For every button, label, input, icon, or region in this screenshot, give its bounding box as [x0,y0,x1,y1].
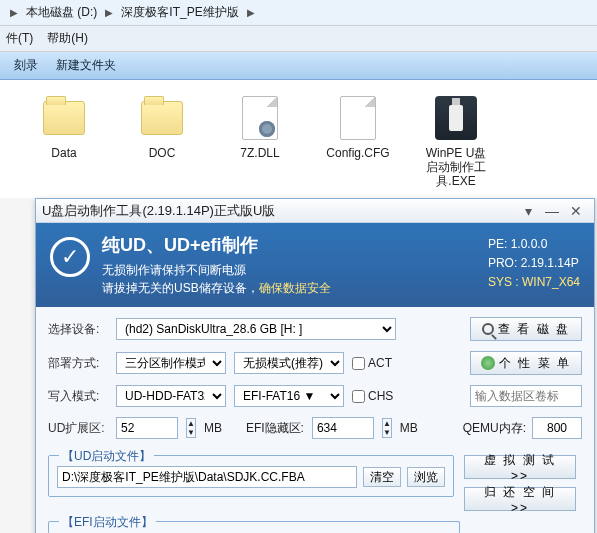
personal-menu-button[interactable]: 个 性 菜 单 [470,351,582,375]
files-area: Data DOC 7Z.DLL Config.CFG WinPE U盘启动制作工… [0,80,597,198]
banner-headline: 纯UD、UD+efi制作 [102,233,476,257]
efihide-input[interactable] [312,417,374,439]
app-window: U盘启动制作工具(2.19.1.14P)正式版U版 ▾ — ✕ ✓ 纯UD、UD… [35,198,595,533]
sys-version: SYS : WIN7_X64 [488,273,580,292]
ud-path-input[interactable] [57,466,357,488]
chevron-right-icon: ▶ [243,7,259,18]
label-udext: UD扩展区: [48,420,108,437]
banner: ✓ 纯UD、UD+efi制作 无损制作请保持不间断电源 请拔掉无关的USB储存设… [36,223,594,307]
browse-button[interactable]: 浏览 [407,467,445,487]
form-area: 选择设备: (hd2) SanDiskUltra_28.6 GB [H: ] 查… [36,307,594,533]
minimize-button[interactable]: — [540,203,564,219]
clear-button[interactable]: 清空 [363,467,401,487]
exe-icon [435,96,477,140]
virtual-test-button[interactable]: 虚 拟 测 试 >> [464,455,576,479]
close-button[interactable]: ✕ [564,203,588,219]
globe-icon [481,356,495,370]
view-disk-button[interactable]: 查 看 磁 盘 [470,317,582,341]
breadcrumb[interactable]: ▶ 本地磁盘 (D:) ▶ 深度极客IT_PE维护版 ▶ [0,0,597,26]
search-icon [482,323,494,335]
act-checkbox[interactable]: ACT [352,356,392,370]
cfg-file-icon [340,96,376,140]
file-configcfg[interactable]: Config.CFG [324,94,392,198]
qemu-mem-input[interactable] [532,417,582,439]
banner-line2: 请拔掉无关的USB储存设备，确保数据安全 [102,279,476,297]
label-write: 写入模式: [48,388,108,405]
pe-version: PE: 1.0.0.0 [488,235,580,254]
mb-label: MB [204,421,222,435]
usb-icon [449,105,463,131]
window-title: U盘启动制作工具(2.19.1.14P)正式版U版 [42,202,516,220]
label-qemu: QEMU内存: [463,420,526,437]
restore-space-button[interactable]: 归 还 空 间 >> [464,487,576,511]
file-winpe-exe[interactable]: WinPE U盘启动制作工具.EXE [422,94,490,198]
chs-checkbox[interactable]: CHS [352,389,393,403]
device-select[interactable]: (hd2) SanDiskUltra_28.6 GB [H: ] [116,318,396,340]
file-7zdll[interactable]: 7Z.DLL [226,94,294,198]
explorer-toolbar: 刻录 新建文件夹 [0,52,597,80]
check-circle-icon: ✓ [50,237,90,277]
breadcrumb-seg[interactable]: 深度极客IT_PE维护版 [117,4,242,21]
chevron-right-icon: ▶ [101,7,117,18]
write-mode-ud-select[interactable]: UD-HDD-FAT32 ▼ [116,385,226,407]
file-label: WinPE U盘启动制作工具.EXE [422,146,490,188]
volume-label-input[interactable] [470,385,582,407]
folder-data[interactable]: Data [30,94,98,198]
stepper-icon[interactable]: ▲▼ [186,418,196,438]
folder-icon [43,101,85,135]
file-label: Config.CFG [324,146,392,160]
lossless-select[interactable]: 无损模式(推荐) ▼ [234,352,344,374]
file-label: Data [30,146,98,160]
gear-icon [259,121,275,137]
stepper-icon[interactable]: ▲▼ [382,418,392,438]
udext-input[interactable] [116,417,178,439]
pro-version: PRO: 2.19.1.14P [488,254,580,273]
label-efihide: EFI隐藏区: [246,420,304,437]
menu-help[interactable]: 帮助(H) [47,30,88,47]
write-mode-efi-select[interactable]: EFI-FAT16 ▼ [234,385,344,407]
efi-boot-group: 【EFI启动文件】 [48,521,460,533]
folder-doc[interactable]: DOC [128,94,196,198]
menu-tools[interactable]: 件(T) [6,30,33,47]
mb-label: MB [400,421,418,435]
efi-group-title: 【EFI启动文件】 [59,514,156,531]
file-label: 7Z.DLL [226,146,294,160]
ud-boot-group: 【UD启动文件】 清空 浏览 [48,455,454,497]
ud-group-title: 【UD启动文件】 [59,448,154,465]
breadcrumb-seg[interactable]: 本地磁盘 (D:) [22,4,101,21]
file-label: DOC [128,146,196,160]
folder-icon [141,101,183,135]
chevron-right-icon: ▶ [6,7,22,18]
deploy-mode-select[interactable]: 三分区制作模式 ▼ [116,352,226,374]
titlebar[interactable]: U盘启动制作工具(2.19.1.14P)正式版U版 ▾ — ✕ [36,199,594,223]
menubar: 件(T) 帮助(H) [0,26,597,52]
banner-line1: 无损制作请保持不间断电源 [102,261,476,279]
toolbar-newfolder[interactable]: 新建文件夹 [56,57,116,74]
label-device: 选择设备: [48,321,108,338]
toolbar-burn[interactable]: 刻录 [14,57,38,74]
dll-file-icon [242,96,278,140]
label-mode: 部署方式: [48,355,108,372]
minimize-tray-icon[interactable]: ▾ [516,203,540,219]
